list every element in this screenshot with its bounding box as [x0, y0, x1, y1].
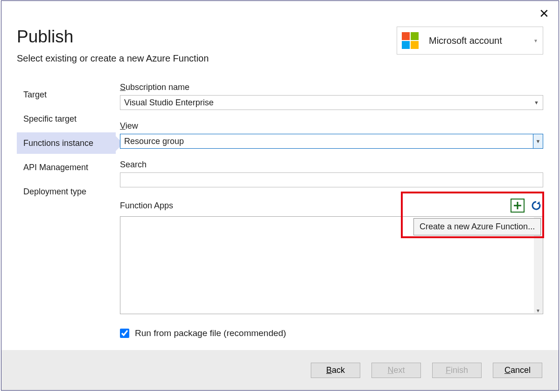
view-value: Resource group — [124, 137, 184, 146]
subscription-select[interactable]: Visual Studio Enterprise ▼ — [120, 95, 543, 110]
plus-icon — [513, 201, 522, 210]
nav-deployment-type[interactable]: Deployment type — [17, 181, 116, 202]
search-input[interactable] — [120, 172, 543, 187]
page-subtitle: Select existing or create a new Azure Fu… — [17, 53, 209, 64]
view-label: View — [120, 121, 543, 131]
publish-dialog: ✕ Microsoft account ▼ Publish Select exi… — [1, 0, 559, 391]
refresh-button[interactable] — [529, 199, 543, 213]
chevron-down-icon: ▼ — [536, 138, 541, 144]
run-from-package-checkbox[interactable] — [120, 329, 129, 338]
nav-functions-instance[interactable]: Functions instance — [17, 132, 116, 154]
refresh-icon — [531, 200, 541, 211]
button-bar: Back Next Finish Cancel — [1, 350, 559, 390]
run-from-package-label: Run from package file (recommended) — [135, 328, 286, 338]
wizard-nav: Target Specific target Functions instanc… — [17, 84, 116, 205]
chevron-down-icon: ▼ — [534, 100, 539, 105]
scroll-down-icon[interactable]: ▼ — [536, 308, 540, 313]
page-title: Publish — [17, 27, 73, 47]
nav-target[interactable]: Target — [17, 84, 116, 105]
function-apps-label: Function Apps — [120, 201, 511, 211]
subscription-label: Subscription name — [120, 83, 543, 92]
search-label: Search — [120, 160, 543, 170]
form-area: Subscription name Visual Studio Enterpri… — [120, 83, 543, 338]
view-select[interactable]: Resource group ▼ — [120, 134, 543, 149]
cancel-button[interactable]: Cancel — [493, 363, 542, 378]
account-dropdown[interactable]: Microsoft account ▼ — [397, 27, 543, 55]
subscription-value: Visual Studio Enterprise — [124, 98, 214, 108]
nav-api-management[interactable]: API Management — [17, 157, 116, 178]
chevron-down-icon: ▼ — [533, 38, 538, 43]
next-button: Next — [371, 363, 421, 378]
create-new-button[interactable] — [511, 199, 525, 213]
back-button[interactable]: Back — [311, 363, 360, 378]
account-label: Microsoft account — [429, 35, 533, 46]
finish-button: Finish — [432, 363, 482, 378]
create-new-tooltip: Create a new Azure Function... — [413, 218, 541, 235]
microsoft-logo-icon — [402, 32, 419, 49]
nav-specific-target[interactable]: Specific target — [17, 108, 116, 130]
close-icon[interactable]: ✕ — [539, 7, 549, 20]
